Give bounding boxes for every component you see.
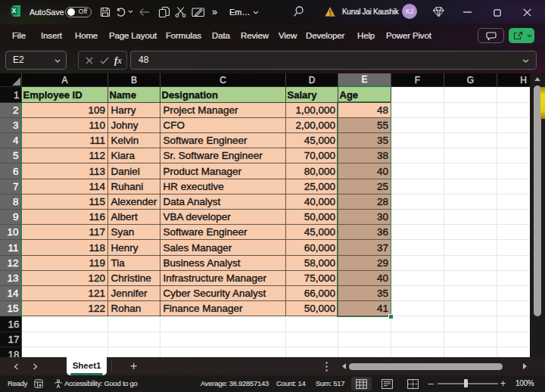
svg-text:X: X — [11, 7, 16, 14]
